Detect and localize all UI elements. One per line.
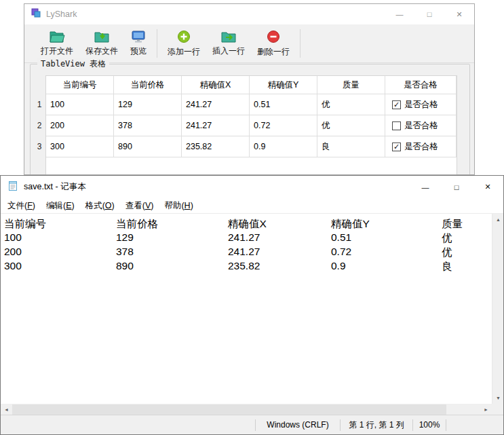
menu-label: 查看( (125, 200, 145, 212)
table-cell[interactable]: 良 (317, 136, 385, 157)
column-header[interactable]: 当前价格 (114, 76, 182, 94)
table-header-row: 当前编号 当前价格 精确值X 精确值Y 质量 是否合格 (46, 76, 457, 94)
table-cell[interactable]: 241.27 (182, 115, 250, 136)
insert-row-button[interactable]: 插入一行 (207, 29, 250, 58)
column-header[interactable]: 质量 (317, 76, 385, 94)
table-cell[interactable]: 100 (46, 94, 114, 115)
scroll-up-icon[interactable]: ▲ (492, 214, 504, 225)
toolbar-button-label: 预览 (130, 45, 147, 57)
text-cell: 241.27 (228, 246, 331, 260)
column-header[interactable]: 当前编号 (46, 76, 114, 94)
table-cell[interactable]: 优 (317, 115, 385, 136)
statusbar-cursor-position: 第 1 行, 第 1 列 (341, 415, 412, 434)
menu-accesskey: F (27, 201, 33, 210)
column-header[interactable]: 精确值X (182, 76, 250, 94)
notepad-app-icon (7, 181, 18, 194)
text-cell: 精确值X (228, 217, 331, 231)
column-header[interactable]: 是否合格 (385, 76, 457, 94)
text-editor-area[interactable]: 当前编号 当前价格 精确值X 精确值Y 质量 100 129 241.27 0.… (1, 214, 492, 404)
text-cell: 300 (4, 260, 116, 274)
minimize-icon[interactable]: — (410, 176, 441, 198)
checkbox[interactable]: ✓ (392, 100, 401, 109)
menu-accesskey: V (145, 201, 151, 210)
scroll-right-icon[interactable]: ► (480, 404, 492, 415)
add-row-button[interactable]: 添加一行 (162, 28, 206, 58)
table-cell[interactable]: 0.72 (250, 115, 317, 136)
table-cell[interactable]: 235.82 (182, 136, 250, 157)
notepad-window-title: save.txt - 记事本 (24, 181, 86, 193)
text-cell: 0.51 (331, 231, 442, 246)
menu-label: ) (191, 201, 193, 210)
statusbar-line-ending: Windows (CRLF) (256, 415, 340, 434)
table-cell[interactable]: 200 (46, 115, 114, 136)
row-number[interactable]: 1 (33, 94, 45, 115)
text-cell: 优 (442, 231, 452, 246)
scroll-down-icon[interactable]: ▼ (492, 392, 504, 404)
column-header[interactable]: 精确值Y (250, 76, 317, 94)
open-file-icon (49, 30, 65, 43)
close-icon[interactable]: ✕ (444, 4, 474, 24)
menu-label: ) (72, 201, 75, 210)
checkbox[interactable]: ✓ (392, 143, 401, 151)
maximize-icon[interactable]: □ (414, 4, 444, 24)
row-number[interactable]: 3 (33, 136, 45, 157)
table-row: 300 890 235.82 0.9 良 ✓ 是否合格 (46, 136, 457, 157)
menu-help[interactable]: 帮助(H) (159, 198, 198, 213)
table-view: 1 2 3 当前编号 当前价格 精确值X 精确值Y 质量 是否合格 100 (33, 75, 457, 175)
menu-label: 编辑( (46, 200, 66, 212)
text-cell: 0.72 (331, 246, 442, 260)
delete-row-icon (266, 29, 281, 44)
table-cell-checkbox: ✓ 是否合格 (385, 136, 457, 157)
menu-file[interactable]: 文件(F) (2, 198, 41, 213)
text-cell: 0.9 (331, 260, 442, 274)
table-cell[interactable]: 241.27 (182, 94, 250, 115)
preview-button[interactable]: 预览 (125, 29, 152, 58)
text-cell: 精确值Y (331, 217, 442, 231)
lyshark-titlebar[interactable]: LyShark — □ ✕ (24, 4, 474, 24)
horizontal-scrollbar[interactable]: ◄ ► (1, 404, 492, 415)
scroll-left-icon[interactable]: ◄ (1, 404, 12, 415)
minimize-icon[interactable]: — (385, 4, 414, 24)
statusbar-spacer (446, 415, 503, 434)
text-line: 当前编号 当前价格 精确值X 精确值Y 质量 (4, 217, 492, 231)
insert-row-icon (220, 30, 237, 43)
delete-row-button[interactable]: 删除一行 (252, 28, 295, 58)
notepad-titlebar[interactable]: save.txt - 记事本 — □ ✕ (1, 176, 503, 198)
text-cell: 378 (116, 246, 228, 260)
menu-label: 帮助( (164, 200, 184, 212)
table-cell[interactable]: 129 (114, 94, 182, 115)
statusbar-zoom-level: 100% (413, 415, 446, 434)
vertical-scrollbar[interactable]: ▲ ▼ (492, 214, 503, 404)
checkbox[interactable] (392, 121, 401, 130)
menu-accesskey: E (66, 201, 71, 210)
notepad-body: 当前编号 当前价格 精确值X 精确值Y 质量 100 129 241.27 0.… (1, 214, 503, 404)
menu-label: ) (151, 201, 153, 210)
notepad-window-controls: — □ ✕ (410, 176, 503, 198)
checkbox-label: 是否合格 (404, 120, 438, 132)
text-cell: 100 (4, 231, 116, 246)
lyshark-window: LyShark — □ ✕ 打开文件 (24, 3, 475, 175)
table-grid: 当前编号 当前价格 精确值X 精确值Y 质量 是否合格 100 129 241.… (45, 75, 457, 175)
row-number[interactable]: 2 (33, 115, 45, 136)
notepad-statusbar: Windows (CRLF) 第 1 行, 第 1 列 100% (1, 415, 503, 434)
close-icon[interactable]: ✕ (472, 176, 503, 198)
menu-label: 文件( (7, 200, 27, 212)
save-file-button[interactable]: 保存文件 (80, 29, 123, 58)
menu-accesskey: O (105, 201, 112, 210)
scrollbar-thumb[interactable] (12, 404, 446, 415)
text-line: 300 890 235.82 0.9 良 (4, 260, 492, 274)
table-cell[interactable]: 378 (114, 115, 182, 136)
maximize-icon[interactable]: □ (441, 176, 472, 198)
table-row: 200 378 241.27 0.72 优 是否合格 (46, 115, 457, 136)
menu-format[interactable]: 格式(O) (80, 198, 120, 213)
table-cell[interactable]: 0.9 (250, 136, 317, 157)
open-file-button[interactable]: 打开文件 (35, 29, 79, 58)
table-cell-checkbox: 是否合格 (385, 115, 457, 136)
menu-edit[interactable]: 编辑(E) (41, 198, 80, 213)
tableview-groupbox: TableView 表格 1 2 3 当前编号 当前价格 精确值X 精确值Y 质… (30, 64, 470, 175)
table-cell[interactable]: 0.51 (250, 94, 317, 115)
table-cell[interactable]: 优 (317, 94, 385, 115)
table-cell[interactable]: 300 (46, 136, 114, 157)
table-cell[interactable]: 890 (114, 136, 182, 157)
menu-view[interactable]: 查看(V) (120, 198, 159, 213)
